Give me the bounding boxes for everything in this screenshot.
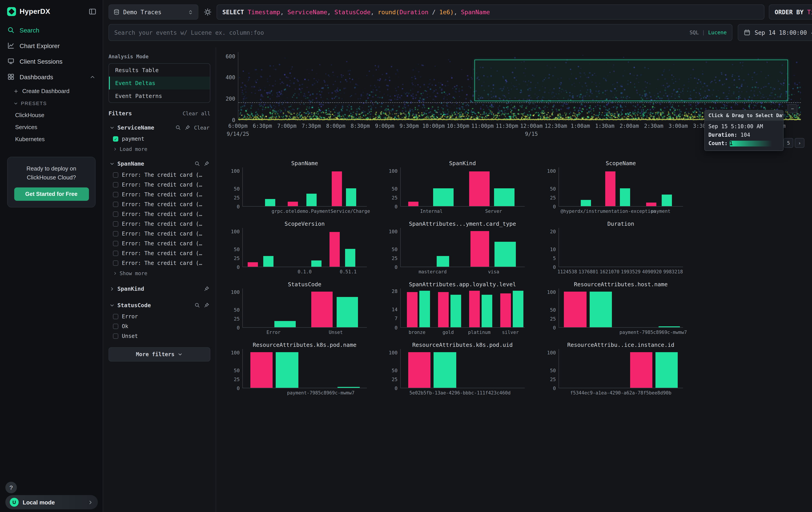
sidebar-item-clickhouse[interactable]: ClickHouse <box>0 109 103 121</box>
checkbox[interactable] <box>113 251 118 256</box>
chart-bar <box>288 202 298 206</box>
checkbox[interactable] <box>113 333 118 339</box>
sidebar-item-dashboards[interactable]: Dashboards <box>0 69 103 85</box>
statuscode-option[interactable]: Unset <box>109 331 210 341</box>
chart-plot <box>400 289 525 328</box>
sidebar-item-services[interactable]: Services <box>0 121 103 133</box>
heatmap-x-tick: 8:00pm <box>326 123 346 129</box>
checkbox[interactable] <box>113 172 118 178</box>
count-gradient-chip <box>730 141 773 146</box>
clear-group-button[interactable]: Clear <box>194 125 209 131</box>
servicename-option[interactable]: ✓payment <box>109 134 210 144</box>
group-header-servicename[interactable]: ServiceName Clear <box>109 121 210 134</box>
load-more-button[interactable]: Load more <box>109 144 210 155</box>
checkbox[interactable] <box>113 324 118 329</box>
chart-bar <box>276 352 298 388</box>
pin-icon[interactable] <box>204 302 209 308</box>
clear-all-button[interactable]: Clear all <box>182 110 210 116</box>
lucene-toggle[interactable]: Lucene <box>708 29 727 36</box>
chart-bar <box>494 188 515 206</box>
spanname-option[interactable]: Error: The credit card (… <box>109 229 210 239</box>
pin-icon[interactable] <box>204 286 209 292</box>
mode-event-patterns[interactable]: Event Patterns <box>109 89 210 102</box>
chevron-down-icon <box>109 161 115 166</box>
statuscode-option[interactable]: Ok <box>109 321 210 331</box>
chart-bar <box>451 295 461 327</box>
threshold-line <box>238 102 801 103</box>
heatmap-x-tick: 9:30pm <box>400 123 419 129</box>
order-by-editor[interactable]: ORDER BY Timestamp DESC <box>769 4 812 20</box>
source-select[interactable]: Demo Traces <box>109 4 198 20</box>
user-menu[interactable]: U Local mode <box>5 495 98 509</box>
chart-x-label: gold <box>442 329 454 335</box>
chart-y-tick: 25 <box>538 316 556 322</box>
selection-rectangle[interactable] <box>475 60 788 101</box>
search-icon[interactable] <box>194 302 200 308</box>
group-header-statuscode[interactable]: StatusCode <box>109 299 210 312</box>
checkbox-checked[interactable]: ✓ <box>113 136 118 141</box>
next-page-button[interactable]: › <box>795 138 805 148</box>
checkbox[interactable] <box>113 202 118 207</box>
heatmap-x-tick: 3:00am <box>669 123 688 129</box>
help-button[interactable]: ? <box>5 482 17 493</box>
mode-event-deltas[interactable]: Event Deltas <box>109 77 210 89</box>
chart-bar <box>311 292 332 327</box>
chart-x-label: 1376801 <box>579 269 598 274</box>
search-input[interactable] <box>114 29 685 36</box>
filters-header: Filters Clear all <box>109 110 210 117</box>
statuscode-option[interactable]: Error <box>109 312 210 321</box>
mode-results-table[interactable]: Results Table <box>109 64 210 77</box>
checkbox[interactable] <box>113 192 118 197</box>
spanname-option[interactable]: Error: The credit card (… <box>109 209 210 219</box>
pin-icon[interactable] <box>185 125 191 131</box>
spanname-option[interactable]: Error: The credit card (… <box>109 248 210 258</box>
search-icon[interactable] <box>194 161 200 166</box>
search-icon[interactable] <box>175 125 181 131</box>
sidebar-item-kubernetes[interactable]: Kubernetes <box>0 133 103 145</box>
gear-icon[interactable] <box>204 8 212 16</box>
chevron-up-icon <box>89 74 96 80</box>
heatmap-x-tick: 11:30pm <box>496 123 518 129</box>
checkbox[interactable] <box>113 212 118 217</box>
spanname-option-label: Error: The credit card (… <box>122 240 202 247</box>
spanname-option[interactable]: Error: The credit card (… <box>109 170 210 180</box>
sidebar-collapse-icon[interactable] <box>88 7 96 16</box>
page-number-button[interactable]: 5 <box>784 138 793 148</box>
checkbox[interactable] <box>113 261 118 266</box>
spanname-option[interactable]: Error: The credit card (… <box>109 180 210 190</box>
sidebar-item-chart-explorer[interactable]: Chart Explorer <box>0 38 103 53</box>
show-more-button[interactable]: Show more <box>109 268 210 279</box>
checkbox[interactable] <box>113 182 118 187</box>
sql-query-editor[interactable]: SELECT Timestamp, ServiceName, StatusCod… <box>216 4 764 20</box>
checkbox[interactable] <box>113 231 118 236</box>
spanname-option[interactable]: Error: The credit card (… <box>109 239 210 248</box>
pin-icon[interactable] <box>204 161 209 166</box>
spanname-option[interactable]: Error: The credit card (… <box>109 219 210 229</box>
nav-label: Dashboards <box>20 73 53 80</box>
chart-title: ResourceAttribu..ice.instance.id <box>558 342 683 348</box>
presets-toggle[interactable]: PRESETS <box>0 98 103 109</box>
sql-toggle[interactable]: SQL <box>690 29 699 36</box>
spanname-option[interactable]: Error: The credit card (… <box>109 258 210 268</box>
spanname-option-label: Error: The credit card (… <box>122 191 202 198</box>
chart-bar <box>438 292 449 327</box>
sidebar-item-search[interactable]: Search <box>0 22 103 38</box>
checkbox[interactable] <box>113 241 118 246</box>
chart-y-tick: 0 <box>380 325 398 331</box>
more-filters-button[interactable]: More filters <box>109 347 210 361</box>
checkbox[interactable] <box>113 221 118 226</box>
date-range-picker[interactable]: Sep 14 18:00:00 - Sep 15 05:30:00 <box>738 24 812 41</box>
group-header-spankind[interactable]: SpanKind <box>109 282 210 295</box>
spanname-option[interactable]: Error: The credit card (… <box>109 199 210 209</box>
sidebar-item-client-sessions[interactable]: Client Sessions <box>0 53 103 69</box>
create-dashboard-button[interactable]: Create Dashboard <box>0 85 103 98</box>
group-header-spanname[interactable]: SpanName <box>109 157 210 170</box>
get-started-button[interactable]: Get Started for Free <box>14 188 89 201</box>
checkbox[interactable] <box>113 314 118 319</box>
chart-title: ScopeVersion <box>242 220 367 227</box>
zoom-reset-button[interactable]: − <box>787 104 797 113</box>
spanname-option[interactable]: Error: The credit card (… <box>109 190 210 199</box>
chart-x-label: @hyperdx/instrumentation-exception <box>560 208 656 214</box>
chart-y-tick: 25 <box>222 377 240 382</box>
plus-icon <box>13 88 19 94</box>
